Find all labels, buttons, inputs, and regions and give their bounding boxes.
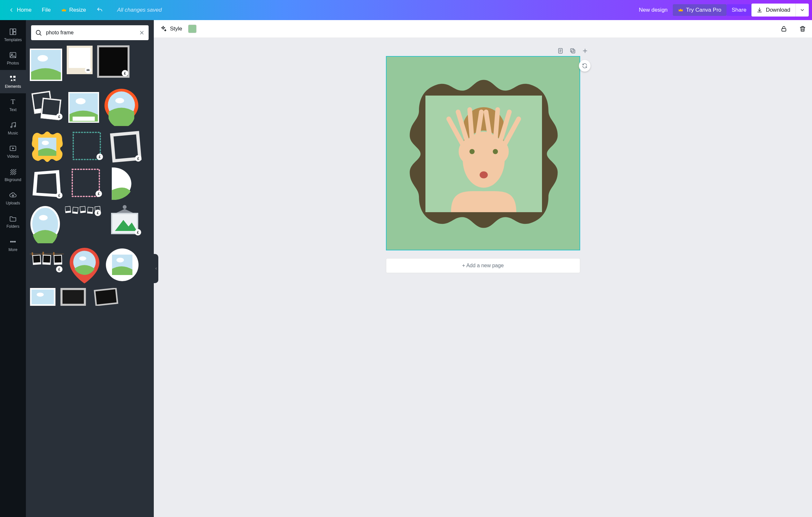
- rail-folders[interactable]: Folders: [0, 210, 26, 233]
- search-field[interactable]: [31, 25, 149, 40]
- thumb-tilted-white[interactable]: £: [109, 131, 143, 163]
- svg-point-90: [469, 149, 475, 154]
- templates-icon: [9, 28, 17, 36]
- pro-badge: [85, 67, 91, 73]
- svg-rect-67: [54, 255, 61, 263]
- resize-label: Resize: [69, 7, 86, 13]
- svg-point-7: [11, 126, 12, 128]
- file-menu[interactable]: File: [36, 4, 56, 16]
- svg-point-5: [10, 76, 12, 78]
- svg-marker-10: [12, 147, 14, 149]
- page-controls: [378, 48, 588, 54]
- new-design-button[interactable]: New design: [634, 4, 673, 16]
- rail-photos[interactable]: Photos: [0, 47, 26, 70]
- chevron-left-icon: [154, 267, 158, 270]
- thumb-red-pin[interactable]: [68, 248, 101, 283]
- refresh-icon: [582, 63, 588, 69]
- top-bar: Home File Resize All changes saved New d…: [0, 0, 812, 20]
- thumb-double-polaroid[interactable]: £: [30, 89, 64, 121]
- style-label: Style: [170, 26, 182, 32]
- thumb-hanger-landscape[interactable]: £: [107, 205, 142, 237]
- share-label: Share: [732, 7, 746, 13]
- svg-point-20: [37, 55, 48, 61]
- download-label: Download: [766, 7, 790, 13]
- thumb-blue-sky-frame[interactable]: [30, 288, 56, 306]
- svg-rect-41: [72, 169, 99, 197]
- thumb-tilted-dark[interactable]: [91, 288, 121, 306]
- svg-rect-81: [572, 50, 575, 53]
- thumb-polaroid-chain[interactable]: £: [65, 205, 102, 217]
- collapse-panel-button[interactable]: [154, 254, 158, 283]
- remix-button[interactable]: [579, 60, 590, 72]
- svg-rect-79: [782, 28, 786, 31]
- thumb-half-circle[interactable]: [108, 167, 135, 200]
- thumb-dark-polaroid[interactable]: [60, 288, 86, 306]
- try-canva-pro-button[interactable]: Try Canva Pro: [673, 4, 727, 16]
- rail-elements[interactable]: Elements: [0, 70, 26, 93]
- thumb-stamp-teal[interactable]: £: [69, 131, 104, 161]
- rail-videos[interactable]: Videos: [0, 140, 26, 163]
- download-button[interactable]: Download: [751, 4, 795, 17]
- rail-text[interactable]: T Text: [0, 93, 26, 117]
- thumb-black-square-frame[interactable]: £: [97, 45, 129, 78]
- canvas-page[interactable]: [386, 56, 580, 250]
- rail-label: More: [8, 247, 17, 252]
- thumb-circle-landscape[interactable]: [105, 248, 139, 282]
- thumb-stamp-pink[interactable]: £: [68, 167, 103, 198]
- price-badge: £: [56, 192, 62, 198]
- workspace: Style: [154, 20, 812, 517]
- search-icon: [35, 29, 42, 36]
- rail-music[interactable]: Music: [0, 117, 26, 140]
- svg-marker-40: [36, 173, 57, 194]
- context-toolbar: Style: [154, 20, 812, 38]
- svg-point-87: [480, 171, 488, 179]
- clear-search-icon[interactable]: [139, 30, 145, 36]
- price-badge: £: [122, 70, 128, 77]
- resize-button[interactable]: Resize: [56, 4, 91, 16]
- thumb-perspective-white[interactable]: £: [30, 167, 64, 200]
- home-button[interactable]: Home: [3, 4, 36, 16]
- thumb-orange-pin[interactable]: [104, 89, 139, 126]
- thumb-polaroid-sepia[interactable]: [67, 45, 93, 75]
- duplicate-page-icon[interactable]: [570, 48, 576, 54]
- try-pro-label: Try Canva Pro: [686, 7, 721, 13]
- trash-icon[interactable]: [799, 25, 806, 32]
- svg-point-34: [115, 98, 124, 103]
- thumb-landscape-caption[interactable]: [68, 89, 99, 126]
- photo-frame-slot[interactable]: [426, 96, 542, 212]
- undo-button[interactable]: [91, 4, 108, 16]
- add-new-page-button[interactable]: + Add a new page: [386, 258, 580, 273]
- thumb-three-pegged[interactable]: £: [30, 248, 64, 274]
- unlock-icon[interactable]: [780, 25, 787, 32]
- rail-label: Elements: [5, 84, 21, 89]
- price-badge: £: [135, 229, 141, 236]
- rail-uploads[interactable]: Uploads: [0, 187, 26, 210]
- rail-bkground[interactable]: Bkground: [0, 163, 26, 187]
- rail-label: Templates: [4, 37, 22, 42]
- svg-rect-0: [10, 29, 12, 35]
- results-scroll[interactable]: ££ £££££££: [26, 45, 154, 517]
- uploads-icon: [9, 191, 17, 199]
- color-swatch[interactable]: [188, 25, 197, 33]
- download-icon: [757, 7, 762, 13]
- price-badge: £: [94, 210, 101, 216]
- rail-templates[interactable]: Templates: [0, 23, 26, 47]
- thumb-landscape-card[interactable]: [30, 45, 62, 84]
- photo-placeholder: [426, 96, 542, 212]
- thumb-ornate-yellow[interactable]: [30, 131, 65, 163]
- svg-rect-46: [65, 207, 70, 211]
- style-button[interactable]: Style: [160, 25, 182, 32]
- notes-icon[interactable]: [557, 48, 564, 54]
- svg-point-91: [493, 149, 498, 154]
- download-more-button[interactable]: [795, 4, 809, 17]
- svg-rect-74: [31, 290, 54, 304]
- add-page-icon[interactable]: [582, 48, 588, 54]
- search-input[interactable]: [46, 30, 139, 36]
- share-button[interactable]: Share: [727, 4, 751, 16]
- folders-icon: [9, 214, 17, 222]
- svg-rect-48: [73, 207, 78, 212]
- thumb-oval-landscape[interactable]: [30, 205, 61, 243]
- svg-rect-82: [571, 49, 574, 52]
- price-badge: £: [56, 113, 62, 120]
- rail-more[interactable]: More: [0, 233, 26, 256]
